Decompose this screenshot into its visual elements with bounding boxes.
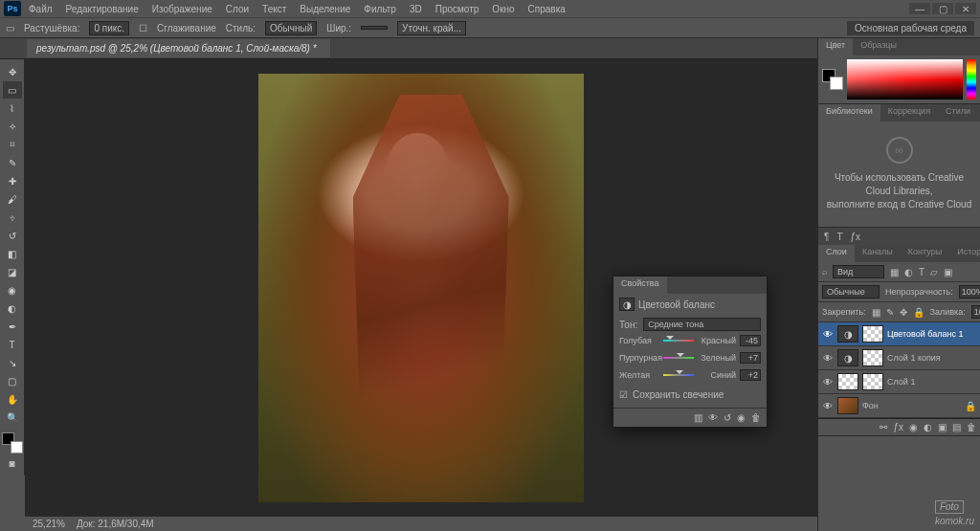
menu-layer[interactable]: Слои [220,2,255,16]
link-layers-icon[interactable]: ⚯ [880,422,887,432]
menu-help[interactable]: Справка [523,2,571,16]
add-mask-icon[interactable]: ◉ [909,422,918,432]
properties-panel[interactable]: Свойства ◑ Цветовой баланс Тон: Средние … [612,276,768,428]
quick-mask-icon[interactable]: ◙ [3,454,22,472]
marquee-tool-icon[interactable]: ▭ [3,81,22,99]
hue-bar[interactable] [967,59,976,100]
fill-input[interactable]: 100% [971,305,980,319]
layer-fx-icon[interactable]: ƒx [893,422,903,432]
magic-wand-tool-icon[interactable]: ✧ [3,118,22,135]
tab-paths[interactable]: Контуры [901,245,949,262]
toggle-visibility-icon[interactable]: ◉ [737,412,746,423]
menu-window[interactable]: Окно [486,2,520,16]
close-icon[interactable]: ✕ [955,3,976,14]
lock-transparency-icon[interactable]: ▦ [872,307,880,318]
menu-view[interactable]: Просмотр [430,2,485,16]
filter-shape-icon[interactable]: ▱ [930,267,938,277]
filter-smart-icon[interactable]: ▣ [944,267,952,277]
layer-name[interactable]: Слой 1 копия [887,353,976,363]
panel-color-swatches[interactable] [822,69,843,90]
tab-properties[interactable]: Свойства [613,277,667,294]
tab-color[interactable]: Цвет [818,38,853,55]
lock-position-icon[interactable]: ✥ [900,307,907,318]
cyan-red-slider[interactable]: Голубая Красный -45 [613,334,767,351]
tab-layers[interactable]: Слои [818,245,855,262]
filter-type-icon[interactable]: T [919,267,924,277]
marquee-tool-icon[interactable]: ▭ [6,23,14,33]
tone-select[interactable]: Средние тона [643,318,761,331]
crop-tool-icon[interactable]: ⌗ [3,136,22,153]
eyedropper-tool-icon[interactable]: ✎ [3,154,22,171]
menu-file[interactable]: Файл [23,2,58,16]
color-spectrum[interactable] [847,59,963,100]
document-tab[interactable]: результат.psd @ 25,2% (Цветовой баланс 1… [27,39,330,57]
tab-adjustments[interactable]: Коррекция [880,104,938,122]
type-tool-icon[interactable]: T [3,336,22,353]
menu-filter[interactable]: Фильтр [358,2,402,16]
new-layer-icon[interactable]: ▤ [952,422,961,432]
menu-3d[interactable]: 3D [404,2,428,16]
workspace-switcher[interactable]: Основная рабочая среда [847,21,974,35]
visibility-icon[interactable]: 👁 [822,353,834,364]
zoom-readout[interactable]: 25,21% [33,519,65,529]
menu-select[interactable]: Выделение [294,2,356,16]
magenta-green-slider[interactable]: Пурпурная Зеленый +7 [613,351,767,368]
opacity-input[interactable]: 100% [959,285,980,299]
style-select[interactable]: Обычный [265,21,317,35]
slider-value[interactable]: -45 [740,335,761,346]
clip-to-layer-icon[interactable]: ▥ [694,412,702,423]
tab-libraries[interactable]: Библиотеки [818,104,880,122]
menu-image[interactable]: Изображение [146,2,218,16]
layer-row[interactable]: 👁 Слой 1 [818,370,980,394]
new-adjustment-icon[interactable]: ◐ [924,422,932,432]
visibility-icon[interactable]: 👁 [822,329,834,340]
layer-name[interactable]: Слой 1 [887,377,976,387]
pen-tool-icon[interactable]: ✒ [3,318,22,335]
preserve-luminosity-checkbox[interactable]: ☑ [619,389,628,400]
healing-tool-icon[interactable]: ✚ [3,172,22,189]
brush-tool-icon[interactable]: 🖌 [3,190,22,208]
layer-name[interactable]: Фон [862,401,961,410]
slider-value[interactable]: +7 [740,352,761,364]
blur-tool-icon[interactable]: ◉ [3,281,22,299]
layer-name[interactable]: Цветовой баланс 1 [887,329,976,339]
new-group-icon[interactable]: ▣ [938,422,947,432]
menu-edit[interactable]: Редактирование [60,2,145,16]
visibility-icon[interactable]: 👁 [822,401,834,411]
tab-swatches[interactable]: Образцы [853,38,904,55]
layer-row[interactable]: 👁 ◑ Слой 1 копия [818,346,980,370]
tab-channels[interactable]: Каналы [855,245,901,262]
width-input[interactable] [361,26,388,30]
layer-row[interactable]: 👁 ◑ Цветовой баланс 1 [818,322,980,346]
lasso-tool-icon[interactable]: ⌇ [3,100,22,117]
filter-adjust-icon[interactable]: ◐ [904,267,913,277]
yellow-blue-slider[interactable]: Желтая Синий +2 [613,368,767,386]
gradient-tool-icon[interactable]: ◪ [3,263,22,280]
view-previous-icon[interactable]: 👁 [708,412,718,423]
reset-icon[interactable]: ↺ [724,412,731,423]
feather-input[interactable]: 0 пикс. [89,21,129,35]
filter-pixel-icon[interactable]: ▦ [890,267,899,277]
shape-tool-icon[interactable]: ▢ [3,372,22,389]
refine-edge-button[interactable]: Уточн. край... [397,21,466,35]
visibility-icon[interactable]: 👁 [822,377,834,387]
antialias-checkbox[interactable]: Сглаживание [157,23,216,33]
delete-layer-icon[interactable]: 🗑 [967,422,976,432]
eraser-tool-icon[interactable]: ◧ [3,245,22,262]
lock-all-icon[interactable]: 🔒 [913,307,924,318]
hand-tool-icon[interactable]: ✋ [3,390,22,408]
paragraph-icon[interactable]: ¶ [824,232,829,242]
slider-value[interactable]: +2 [740,369,761,381]
tab-styles[interactable]: Стили [938,104,978,122]
stamp-tool-icon[interactable]: ⎀ [3,209,22,226]
move-tool-icon[interactable]: ✥ [3,63,22,80]
path-tool-icon[interactable]: ↘ [3,354,22,371]
lock-brush-icon[interactable]: ✎ [886,307,894,318]
fx-icon[interactable]: ƒx [850,232,860,242]
color-swatches[interactable] [2,432,23,454]
menu-type[interactable]: Текст [256,2,292,16]
maximize-icon[interactable]: ▢ [932,3,953,14]
dodge-tool-icon[interactable]: ◐ [3,299,22,317]
delete-adjustment-icon[interactable]: 🗑 [751,412,761,423]
zoom-tool-icon[interactable]: 🔍 [3,409,22,426]
